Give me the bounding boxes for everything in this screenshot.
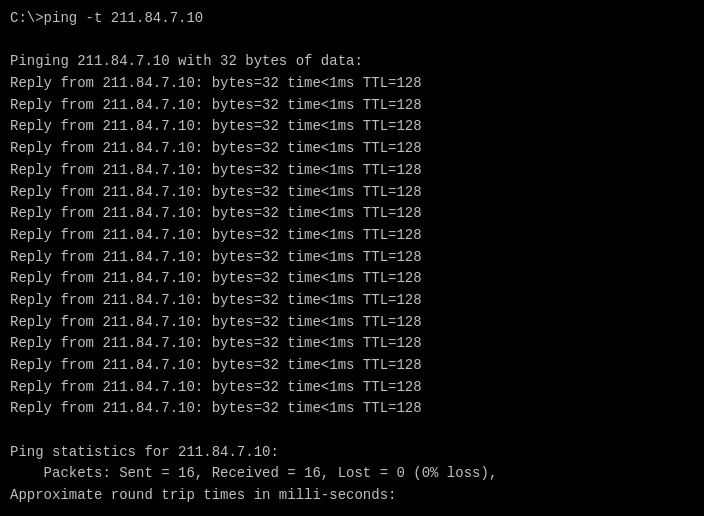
reply-line: Reply from 211.84.7.10: bytes=32 time<1m… xyxy=(10,182,694,204)
reply-line: Reply from 211.84.7.10: bytes=32 time<1m… xyxy=(10,116,694,138)
packets-line: Packets: Sent = 16, Received = 16, Lost … xyxy=(10,463,694,485)
reply-line: Reply from 211.84.7.10: bytes=32 time<1m… xyxy=(10,247,694,269)
blank-2 xyxy=(10,420,694,442)
terminal-window: C:\>ping -t 211.84.7.10 Pinging 211.84.7… xyxy=(10,8,694,507)
reply-line: Reply from 211.84.7.10: bytes=32 time<1m… xyxy=(10,398,694,420)
reply-line: Reply from 211.84.7.10: bytes=32 time<1m… xyxy=(10,290,694,312)
reply-line: Reply from 211.84.7.10: bytes=32 time<1m… xyxy=(10,312,694,334)
reply-line: Reply from 211.84.7.10: bytes=32 time<1m… xyxy=(10,377,694,399)
approx-line: Approximate round trip times in milli-se… xyxy=(10,485,694,507)
reply-line: Reply from 211.84.7.10: bytes=32 time<1m… xyxy=(10,73,694,95)
reply-line: Reply from 211.84.7.10: bytes=32 time<1m… xyxy=(10,160,694,182)
command-line: C:\>ping -t 211.84.7.10 xyxy=(10,8,694,30)
reply-line: Reply from 211.84.7.10: bytes=32 time<1m… xyxy=(10,355,694,377)
reply-line: Reply from 211.84.7.10: bytes=32 time<1m… xyxy=(10,333,694,355)
stats-header: Ping statistics for 211.84.7.10: xyxy=(10,442,694,464)
reply-line: Reply from 211.84.7.10: bytes=32 time<1m… xyxy=(10,138,694,160)
reply-line: Reply from 211.84.7.10: bytes=32 time<1m… xyxy=(10,225,694,247)
reply-line: Reply from 211.84.7.10: bytes=32 time<1m… xyxy=(10,95,694,117)
reply-line: Reply from 211.84.7.10: bytes=32 time<1m… xyxy=(10,203,694,225)
pinging-line: Pinging 211.84.7.10 with 32 bytes of dat… xyxy=(10,51,694,73)
blank-1 xyxy=(10,30,694,52)
reply-lines: Reply from 211.84.7.10: bytes=32 time<1m… xyxy=(10,73,694,420)
reply-line: Reply from 211.84.7.10: bytes=32 time<1m… xyxy=(10,268,694,290)
